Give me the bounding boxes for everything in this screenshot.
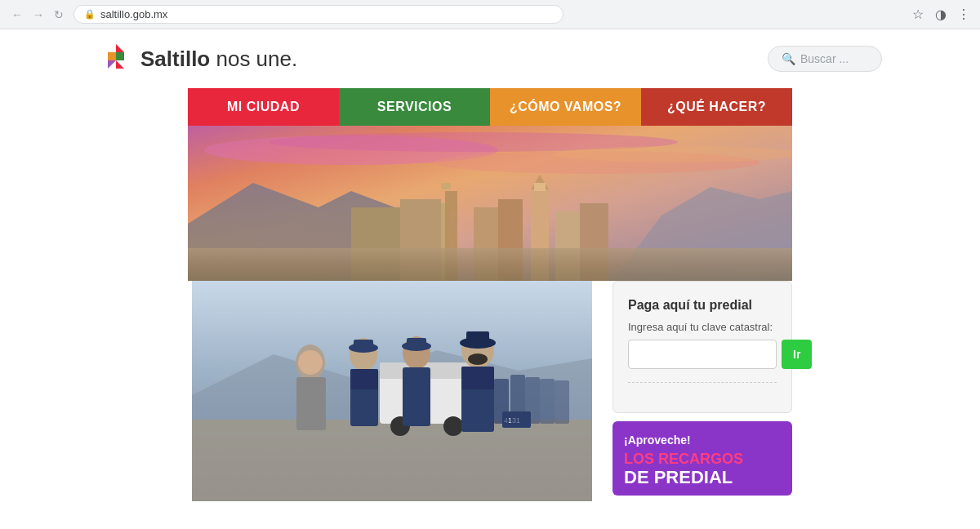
svg-marker-4 bbox=[116, 60, 124, 69]
bookmark-icon[interactable]: ☆ bbox=[910, 7, 926, 23]
svg-rect-58 bbox=[555, 380, 569, 424]
svg-rect-57 bbox=[540, 379, 555, 424]
svg-rect-41 bbox=[354, 340, 373, 349]
nav-wrapper: MI CIUDAD SERVICIOS ¿CÓMO VAMOS? ¿QUÉ HA… bbox=[90, 88, 890, 126]
menu-icon[interactable]: ⋮ bbox=[956, 7, 972, 23]
svg-rect-51 bbox=[466, 331, 489, 345]
svg-rect-48 bbox=[461, 367, 494, 389]
search-placeholder-text: Buscar ... bbox=[800, 52, 849, 65]
page: Saltillo nos une. 🔍 Buscar ... MI CIUDAD… bbox=[0, 29, 980, 529]
logo-text: Saltillo nos une. bbox=[140, 47, 297, 72]
promo-subtitle-line3: DE PREDIAL bbox=[624, 468, 781, 487]
svg-rect-14 bbox=[441, 183, 451, 189]
lock-icon: 🔒 bbox=[84, 9, 96, 20]
nav-mi-ciudad[interactable]: MI CIUDAD bbox=[188, 88, 339, 126]
svg-rect-17 bbox=[534, 183, 546, 191]
browser-nav-arrows: ← → ↻ bbox=[8, 7, 67, 23]
main-nav: MI CIUDAD SERVICIOS ¿CÓMO VAMOS? ¿QUÉ HA… bbox=[188, 88, 792, 126]
search-icon: 🔍 bbox=[782, 52, 795, 65]
svg-rect-35 bbox=[296, 377, 326, 430]
logo-tagline: nos une. bbox=[210, 47, 297, 71]
predial-form: Ir bbox=[628, 340, 777, 369]
svg-point-36 bbox=[298, 350, 323, 375]
svg-rect-55 bbox=[510, 375, 525, 424]
main-content-wrapper: 4131 Paga aquí tu predial Ingresa aquí t… bbox=[90, 281, 890, 505]
promo-exclamacion: ¡Aproveche! bbox=[624, 433, 691, 447]
svg-rect-45 bbox=[407, 338, 426, 348]
hero-section bbox=[90, 126, 890, 281]
nav-que-hacer[interactable]: ¿QUÉ HACER? bbox=[641, 88, 792, 126]
predial-submit-button[interactable]: Ir bbox=[782, 340, 812, 369]
predial-label: Ingresa aquí tu clave catastral: bbox=[628, 321, 777, 333]
nav-como-vamos[interactable]: ¿CÓMO VAMOS? bbox=[490, 88, 641, 126]
predial-input[interactable] bbox=[628, 340, 777, 369]
svg-point-31 bbox=[443, 416, 463, 436]
logo-saltillo: Saltillo bbox=[140, 47, 210, 71]
svg-marker-1 bbox=[116, 52, 124, 60]
svg-rect-54 bbox=[494, 379, 509, 424]
svg-rect-27 bbox=[192, 420, 592, 501]
reload-button[interactable]: ↻ bbox=[51, 7, 67, 23]
police-scene-image: 4131 bbox=[188, 281, 596, 501]
svg-rect-43 bbox=[403, 367, 430, 426]
content-area: 4131 Paga aquí tu predial Ingresa aquí t… bbox=[188, 281, 792, 505]
hero-wrapper bbox=[188, 126, 792, 281]
svg-rect-39 bbox=[350, 369, 378, 389]
svg-point-9 bbox=[555, 146, 792, 162]
predial-box: Paga aquí tu predial Ingresa aquí tu cla… bbox=[612, 281, 792, 413]
svg-marker-0 bbox=[116, 44, 124, 52]
logo-icon bbox=[98, 41, 134, 77]
promo-subtitle-line2: LOS RECARGOS bbox=[624, 451, 781, 468]
svg-marker-3 bbox=[108, 60, 116, 69]
svg-marker-2 bbox=[108, 52, 116, 60]
promo-title-line1: ¡Aproveche! bbox=[624, 433, 781, 448]
hero-image bbox=[188, 126, 792, 281]
sidebar: Paga aquí tu predial Ingresa aquí tu cla… bbox=[612, 281, 792, 496]
forward-arrow[interactable]: → bbox=[29, 7, 47, 23]
site-header: Saltillo nos une. 🔍 Buscar ... bbox=[0, 29, 980, 88]
logo-area[interactable]: Saltillo nos une. bbox=[98, 41, 297, 77]
browser-actions: ☆ ◑ ⋮ bbox=[910, 7, 972, 23]
back-arrow[interactable]: ← bbox=[8, 7, 26, 23]
address-bar[interactable]: 🔒 saltillo.gob.mx bbox=[74, 5, 564, 24]
search-bar[interactable]: 🔍 Buscar ... bbox=[768, 46, 882, 72]
url-text: saltillo.gob.mx bbox=[100, 8, 167, 20]
profile-icon[interactable]: ◑ bbox=[933, 7, 949, 23]
news-section: 4131 bbox=[188, 281, 596, 505]
nav-servicios[interactable]: SERVICIOS bbox=[339, 88, 490, 126]
nav-container: MI CIUDAD SERVICIOS ¿CÓMO VAMOS? ¿QUÉ HA… bbox=[188, 88, 792, 126]
predial-title: Paga aquí tu predial bbox=[628, 298, 777, 313]
svg-point-49 bbox=[468, 353, 488, 365]
browser-chrome: ← → ↻ 🔒 saltillo.gob.mx ☆ ◑ ⋮ bbox=[0, 0, 980, 29]
promo-banner[interactable]: ¡Aproveche! LOS RECARGOS DE PREDIAL bbox=[612, 421, 792, 496]
svg-rect-24 bbox=[188, 248, 792, 281]
svg-rect-56 bbox=[525, 377, 540, 424]
predial-divider bbox=[628, 382, 777, 383]
